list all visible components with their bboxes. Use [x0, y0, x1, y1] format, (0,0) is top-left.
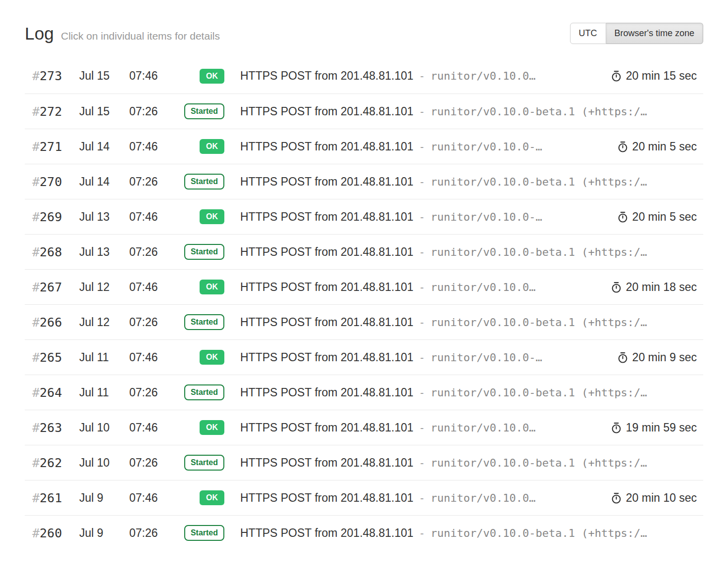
entry-date: Jul 12 — [79, 281, 129, 294]
status-badge: Started — [184, 174, 224, 190]
entry-description: HTTPS POST from 201.48.81.101-runitor/v0… — [240, 245, 697, 259]
entry-user-agent: runitor/v0.10.0… — [431, 492, 536, 504]
log-row[interactable]: #273Jul 1507:46OKHTTPS POST from 201.48.… — [25, 58, 703, 94]
log-row[interactable]: #264Jul 1107:26StartedHTTPS POST from 20… — [25, 375, 703, 410]
entry-user-agent: runitor/v0.10.0-… — [431, 211, 542, 223]
entry-description: HTTPS POST from 201.48.81.101-runitor/v0… — [240, 456, 697, 470]
entry-id-number: 264 — [40, 385, 62, 400]
timezone-option-utc[interactable]: UTC — [570, 23, 606, 44]
entry-id-hash: # — [32, 104, 40, 119]
entry-id: #266 — [32, 315, 79, 330]
entry-id-number: 260 — [40, 526, 62, 540]
log-row[interactable]: #269Jul 1307:46OKHTTPS POST from 201.48.… — [25, 199, 703, 234]
entry-separator: - — [419, 457, 425, 469]
entry-user-agent: runitor/v0.10.0-beta.1 (+https:/… — [431, 527, 647, 539]
status-badge: Started — [184, 384, 224, 400]
entry-duration: 20 min 15 sec — [611, 69, 697, 83]
log-row[interactable]: #267Jul 1207:46OKHTTPS POST from 201.48.… — [25, 269, 703, 304]
entry-event: HTTPS POST from 201.48.81.101 — [240, 456, 414, 470]
entry-event: HTTPS POST from 201.48.81.101 — [240, 69, 414, 83]
status-badge-cell: OK — [176, 280, 224, 294]
entry-id-hash: # — [32, 140, 40, 154]
entry-event: HTTPS POST from 201.48.81.101 — [240, 351, 414, 364]
timezone-option-browser-s-time-zone[interactable]: Browser's time zone — [606, 23, 704, 44]
entry-duration: 20 min 10 sec — [611, 491, 697, 505]
entry-date: Jul 11 — [79, 351, 129, 364]
entry-separator: - — [419, 317, 425, 329]
entry-id: #265 — [32, 350, 79, 365]
log-row[interactable]: #270Jul 1407:26StartedHTTPS POST from 20… — [25, 164, 703, 199]
stopwatch-icon — [611, 492, 622, 504]
log-row[interactable]: #266Jul 1207:26StartedHTTPS POST from 20… — [25, 304, 703, 339]
status-badge: Started — [184, 314, 224, 330]
entry-date: Jul 13 — [79, 245, 129, 259]
entry-time: 07:26 — [129, 316, 176, 329]
entry-duration: 19 min 59 sec — [611, 421, 697, 434]
entry-separator: - — [419, 282, 425, 293]
status-badge-cell: Started — [176, 384, 224, 400]
entry-date: Jul 11 — [79, 386, 129, 399]
page-title: Log — [25, 24, 54, 44]
log-table: #273Jul 1507:46OKHTTPS POST from 201.48.… — [25, 58, 703, 550]
duration-text: 20 min 10 sec — [626, 491, 697, 505]
entry-time: 07:46 — [129, 140, 176, 153]
entry-event: HTTPS POST from 201.48.81.101 — [240, 210, 414, 224]
log-row[interactable]: #272Jul 1507:26StartedHTTPS POST from 20… — [25, 94, 703, 129]
entry-separator: - — [419, 387, 425, 399]
entry-event: HTTPS POST from 201.48.81.101 — [240, 245, 414, 259]
status-badge: Started — [184, 244, 224, 260]
entry-time: 07:26 — [129, 245, 176, 259]
log-row[interactable]: #262Jul 1007:26StartedHTTPS POST from 20… — [25, 445, 703, 480]
status-badge-cell: Started — [176, 103, 224, 119]
entry-date: Jul 14 — [79, 140, 129, 153]
entry-description: HTTPS POST from 201.48.81.101-runitor/v0… — [240, 281, 602, 294]
entry-time: 07:46 — [129, 421, 176, 434]
status-badge-cell: Started — [176, 314, 224, 330]
log-row[interactable]: #261Jul 907:46OKHTTPS POST from 201.48.8… — [25, 480, 703, 515]
log-row[interactable]: #263Jul 1007:46OKHTTPS POST from 201.48.… — [25, 410, 703, 445]
status-badge-cell: Started — [176, 455, 224, 471]
status-badge: OK — [200, 69, 224, 84]
entry-id: #261 — [32, 491, 79, 505]
entry-date: Jul 9 — [79, 491, 129, 505]
log-row[interactable]: #268Jul 1307:26StartedHTTPS POST from 20… — [25, 234, 703, 269]
duration-text: 19 min 59 sec — [626, 421, 697, 434]
entry-id-hash: # — [32, 491, 40, 505]
status-badge: OK — [200, 350, 224, 365]
entry-date: Jul 14 — [79, 175, 129, 189]
entry-id-number: 273 — [40, 69, 62, 83]
entry-id: #262 — [32, 456, 79, 470]
entry-event: HTTPS POST from 201.48.81.101 — [240, 526, 414, 540]
entry-id: #268 — [32, 245, 79, 259]
entry-time: 07:46 — [129, 69, 176, 83]
entry-date: Jul 13 — [79, 210, 129, 224]
entry-duration: 20 min 5 sec — [617, 140, 697, 153]
entry-time: 07:46 — [129, 210, 176, 224]
log-row[interactable]: #271Jul 1407:46OKHTTPS POST from 201.48.… — [25, 129, 703, 164]
entry-user-agent: runitor/v0.10.0-… — [431, 351, 542, 364]
log-row[interactable]: #260Jul 907:26StartedHTTPS POST from 201… — [25, 515, 703, 550]
entry-id: #267 — [32, 280, 79, 294]
entry-separator: - — [419, 246, 425, 258]
status-badge: OK — [200, 420, 224, 435]
entry-duration: 20 min 18 sec — [611, 281, 697, 294]
entry-id-number: 271 — [40, 140, 62, 154]
entry-user-agent: runitor/v0.10.0… — [431, 281, 536, 293]
status-badge: OK — [200, 490, 224, 505]
entry-id-number: 269 — [40, 210, 62, 224]
entry-user-agent: runitor/v0.10.0-beta.1 (+https:/… — [431, 457, 647, 469]
entry-id: #260 — [32, 526, 79, 540]
entry-user-agent: runitor/v0.10.0-beta.1 (+https:/… — [431, 316, 647, 329]
entry-event: HTTPS POST from 201.48.81.101 — [240, 491, 414, 505]
entry-date: Jul 15 — [79, 69, 129, 83]
timezone-toggle: UTCBrowser's time zone — [570, 23, 704, 44]
log-row[interactable]: #265Jul 1107:46OKHTTPS POST from 201.48.… — [25, 339, 703, 375]
entry-event: HTTPS POST from 201.48.81.101 — [240, 421, 414, 434]
stopwatch-icon — [611, 70, 622, 82]
entry-time: 07:46 — [129, 491, 176, 505]
stopwatch-icon — [611, 422, 622, 433]
entry-id: #263 — [32, 421, 79, 435]
status-badge-cell: Started — [176, 525, 224, 541]
entry-time: 07:26 — [129, 175, 176, 189]
entry-id-hash: # — [32, 456, 40, 470]
